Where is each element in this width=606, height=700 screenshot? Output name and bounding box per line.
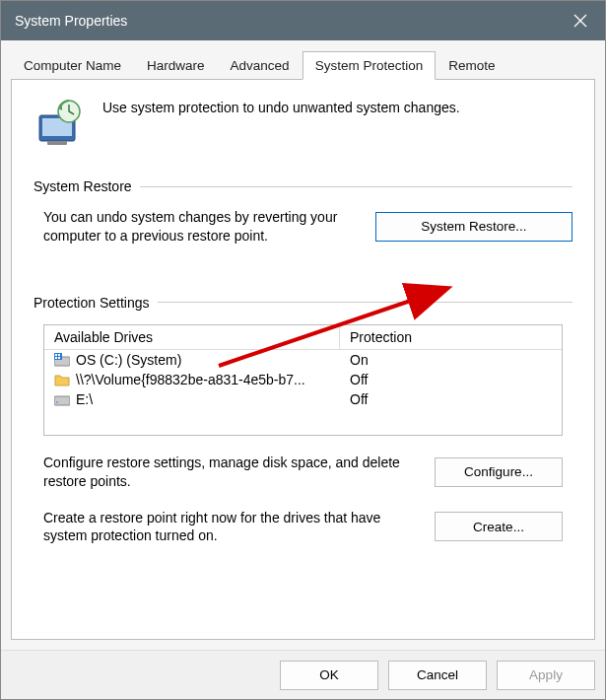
tab-advanced[interactable]: Advanced bbox=[218, 51, 303, 80]
system-restore-text: You can undo system changes by reverting… bbox=[43, 208, 362, 245]
tab-computer-name[interactable]: Computer Name bbox=[11, 51, 134, 80]
system-restore-button[interactable]: System Restore... bbox=[375, 212, 572, 242]
column-protection[interactable]: Protection bbox=[340, 325, 562, 349]
svg-rect-4 bbox=[47, 141, 67, 145]
system-properties-window: System Properties Computer Name Hardware… bbox=[0, 0, 606, 700]
svg-rect-11 bbox=[55, 354, 57, 356]
cancel-button[interactable]: Cancel bbox=[388, 661, 487, 690]
configure-button[interactable]: Configure... bbox=[435, 457, 563, 487]
system-restore-group: System Restore You can undo system chang… bbox=[34, 178, 572, 245]
drive-protection: Off bbox=[340, 370, 562, 389]
svg-point-16 bbox=[56, 401, 58, 403]
drives-table: Available Drives Protection bbox=[43, 324, 563, 436]
drive-row[interactable]: OS (C:) (System) On bbox=[44, 350, 562, 370]
tab-remote[interactable]: Remote bbox=[436, 51, 507, 80]
svg-rect-12 bbox=[58, 354, 60, 356]
svg-rect-14 bbox=[58, 357, 60, 359]
drive-protection: On bbox=[340, 350, 562, 370]
disk-system-icon bbox=[54, 353, 70, 367]
divider bbox=[158, 302, 572, 303]
window-title: System Properties bbox=[15, 13, 127, 29]
system-restore-title: System Restore bbox=[34, 178, 132, 194]
drive-row[interactable]: E:\ Off bbox=[44, 389, 562, 409]
protection-settings-group: Protection Settings Available Drives Pro… bbox=[34, 295, 572, 546]
svg-rect-15 bbox=[54, 396, 70, 405]
configure-text: Configure restore settings, manage disk … bbox=[43, 454, 421, 491]
folder-icon bbox=[54, 373, 70, 386]
tab-content: Use system protection to undo unwanted s… bbox=[11, 79, 595, 640]
divider bbox=[140, 186, 572, 187]
intro-row: Use system protection to undo unwanted s… bbox=[34, 98, 572, 149]
tab-strip: Computer Name Hardware Advanced System P… bbox=[1, 40, 605, 79]
ok-button[interactable]: OK bbox=[280, 661, 378, 690]
svg-rect-13 bbox=[55, 357, 57, 359]
tab-hardware[interactable]: Hardware bbox=[134, 51, 218, 80]
drive-name: E:\ bbox=[76, 391, 93, 407]
content-wrap: Use system protection to undo unwanted s… bbox=[1, 79, 605, 650]
dialog-footer: OK Cancel Apply bbox=[1, 650, 605, 699]
drive-name: \\?\Volume{f98832be-a831-4e5b-b7... bbox=[76, 372, 305, 387]
close-icon bbox=[573, 14, 587, 28]
column-available-drives[interactable]: Available Drives bbox=[44, 325, 340, 349]
close-button[interactable] bbox=[556, 1, 605, 40]
system-protection-icon bbox=[34, 98, 85, 149]
create-text: Create a restore point right now for the… bbox=[43, 509, 421, 546]
create-row: Create a restore point right now for the… bbox=[34, 509, 572, 546]
create-button[interactable]: Create... bbox=[435, 512, 563, 541]
apply-button[interactable]: Apply bbox=[497, 661, 595, 690]
titlebar: System Properties bbox=[1, 1, 605, 40]
drive-row[interactable]: \\?\Volume{f98832be-a831-4e5b-b7... Off bbox=[44, 370, 562, 389]
tab-system-protection[interactable]: System Protection bbox=[303, 51, 437, 80]
drive-protection: Off bbox=[340, 389, 562, 409]
disk-icon bbox=[54, 392, 70, 406]
intro-text: Use system protection to undo unwanted s… bbox=[102, 98, 460, 115]
drives-header: Available Drives Protection bbox=[44, 325, 562, 350]
protection-settings-title: Protection Settings bbox=[34, 295, 150, 311]
drive-name: OS (C:) (System) bbox=[76, 352, 181, 368]
configure-row: Configure restore settings, manage disk … bbox=[34, 454, 572, 491]
